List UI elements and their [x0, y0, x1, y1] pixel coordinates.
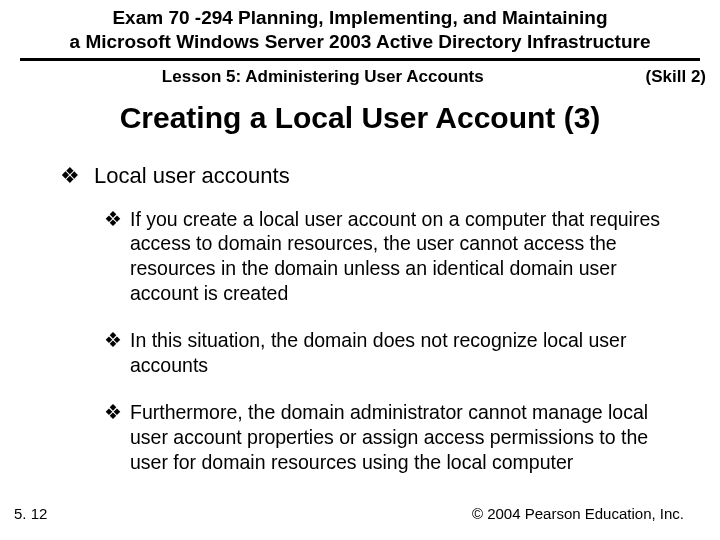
- bullet-level2: ❖ If you create a local user account on …: [104, 207, 676, 307]
- bullet-text: If you create a local user account on a …: [130, 207, 676, 307]
- skill-label: (Skill 2): [646, 67, 706, 87]
- diamond-bullet-icon: ❖: [60, 163, 80, 189]
- header: Exam 70 -294 Planning, Implementing, and…: [0, 0, 720, 87]
- diamond-bullet-icon: ❖: [104, 400, 122, 475]
- bullet-level2: ❖ Furthermore, the domain administrator …: [104, 400, 676, 475]
- lesson-label: Lesson 5: Administering User Accounts: [0, 67, 646, 87]
- bullet-text: In this situation, the domain does not r…: [130, 328, 676, 378]
- diamond-bullet-icon: ❖: [104, 328, 122, 378]
- content-area: ❖ Local user accounts ❖ If you create a …: [0, 163, 720, 476]
- slide-title: Creating a Local User Account (3): [0, 101, 720, 135]
- bullet-text: Furthermore, the domain administrator ca…: [130, 400, 676, 475]
- page-number: 5. 12: [14, 505, 47, 522]
- copyright: © 2004 Pearson Education, Inc.: [472, 505, 684, 522]
- diamond-bullet-icon: ❖: [104, 207, 122, 307]
- bullet-text: Local user accounts: [94, 163, 290, 189]
- bullet-level1: ❖ Local user accounts: [60, 163, 676, 189]
- bullet-level2: ❖ In this situation, the domain does not…: [104, 328, 676, 378]
- footer: 5. 12 © 2004 Pearson Education, Inc.: [0, 505, 720, 522]
- exam-title-line2: a Microsoft Windows Server 2003 Active D…: [0, 30, 720, 54]
- exam-title-line1: Exam 70 -294 Planning, Implementing, and…: [0, 6, 720, 30]
